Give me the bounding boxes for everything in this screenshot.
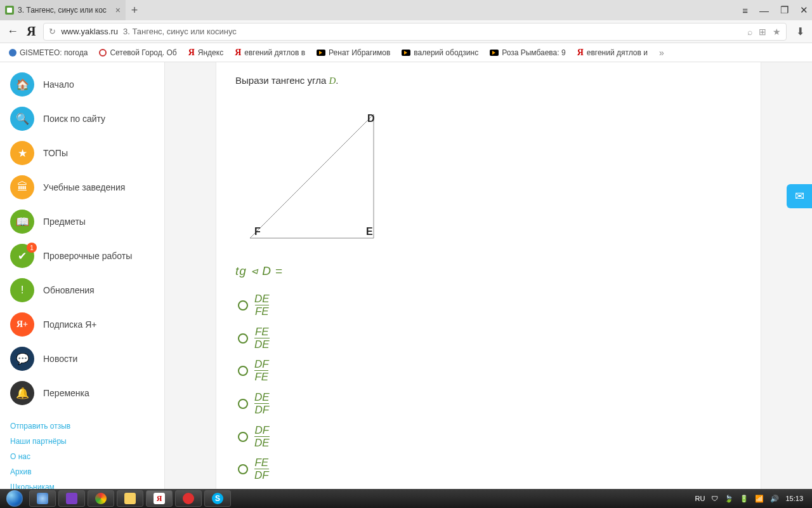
yplus-icon: Я+ (10, 312, 34, 337)
downloads-icon[interactable]: ⬇ (794, 25, 806, 37)
maximize-icon[interactable]: ❐ (780, 4, 789, 16)
radio-icon (238, 464, 248, 474)
back-button[interactable]: ← (6, 25, 19, 38)
taskbar-app-1[interactable] (29, 490, 56, 507)
start-button[interactable] (3, 489, 27, 508)
reload-icon[interactable]: ↻ (49, 27, 56, 36)
option-5[interactable]: FEDF (238, 457, 742, 481)
option-1[interactable]: FEDE (238, 326, 742, 351)
page-body: 🏠Начало 🔍Поиск по сайту ★ТОПы 🏛Учебные з… (0, 62, 812, 489)
sidebar-item-schools[interactable]: 🏛Учебные заведения (0, 170, 164, 204)
play-icon (490, 50, 499, 56)
tray-leaf-icon[interactable]: 🍃 (724, 495, 733, 503)
bookmark-valeriy[interactable]: валерий ободзинс (402, 48, 478, 57)
book-icon: 📖 (10, 210, 34, 234)
bookmark-setevoy[interactable]: Сетевой Город. Об (99, 48, 176, 57)
system-tray: RU 🛡 🍃 🔋 📶 🔊 15:13 (695, 495, 809, 503)
app-icon (66, 493, 77, 504)
tab-close-icon[interactable]: × (115, 5, 121, 15)
radio-icon (238, 432, 248, 442)
tray-clock[interactable]: 15:13 (785, 495, 803, 502)
feedback-mail-button[interactable]: ✉ (787, 184, 812, 208)
bookmarks-bar: GISMETEO: погода Сетевой Город. Об ЯЯнде… (0, 43, 812, 62)
sidebar-item-tests[interactable]: ✔1Проверочные работы (0, 239, 164, 273)
taskbar-app-2[interactable] (58, 490, 85, 507)
taskbar-yandex-browser[interactable]: Я (146, 490, 173, 507)
triangle-figure: D E F (240, 102, 386, 248)
bookmark-roza[interactable]: Роза Рымбаева: 9 (490, 48, 565, 57)
option-4[interactable]: DFDE (238, 425, 742, 449)
bookmark-star-icon[interactable]: ★ (773, 27, 781, 37)
menu-icon[interactable]: ≡ (742, 5, 748, 16)
bookmark-renat[interactable]: Ренат Ибрагимов (317, 48, 390, 57)
option-0[interactable]: DEFE (238, 293, 742, 318)
sidebar-item-search[interactable]: 🔍Поиск по сайту (0, 102, 164, 136)
badge: 1 (27, 243, 37, 253)
translate-icon[interactable]: ⊞ (759, 27, 766, 37)
radio-icon (238, 366, 248, 376)
mail-icon: ✉ (795, 189, 804, 203)
close-icon[interactable]: ✕ (800, 4, 808, 16)
sidebar-item-subscription[interactable]: Я+Подписка Я+ (0, 307, 164, 342)
sidebar-item-subjects[interactable]: 📖Предметы (0, 204, 164, 239)
yandex-logo[interactable]: Я (27, 24, 36, 39)
url-host: www.yaklass.ru (61, 27, 118, 36)
footer-link-feedback[interactable]: Отправить отзыв (10, 422, 154, 431)
yandex-icon: Я (235, 48, 241, 58)
bookmark-dyatlov2[interactable]: Яевгений дятлов и (577, 48, 648, 58)
bell-icon: 🔔 (10, 381, 34, 405)
tray-volume-icon[interactable]: 🔊 (770, 495, 779, 503)
building-icon: 🏛 (10, 175, 34, 199)
site-favicon (5, 6, 14, 15)
exclamation-icon: ! (10, 278, 34, 302)
opera-icon (183, 493, 194, 504)
zoom-icon[interactable]: ⌕ (747, 27, 752, 37)
search-icon: 🔍 (10, 107, 34, 131)
radio-icon (238, 399, 248, 409)
sidebar-item-break[interactable]: 🔔Переменка (0, 376, 164, 410)
chat-icon: 💬 (10, 347, 34, 371)
bookmarks-overflow-icon[interactable]: » (659, 48, 664, 58)
radio-icon (238, 333, 248, 344)
footer-link-about[interactable]: О нас (10, 452, 154, 461)
yandex-icon: Я (154, 493, 165, 504)
yandex-icon: Я (577, 48, 584, 58)
sidebar-item-news[interactable]: 💬Новости (0, 342, 164, 376)
sidebar-item-updates[interactable]: !Обновления (0, 273, 164, 307)
option-2[interactable]: DFFE (238, 359, 742, 383)
bookmark-gismeteo[interactable]: GISMETEO: погода (9, 48, 88, 57)
folder-icon (124, 493, 136, 504)
taskbar-explorer[interactable] (117, 490, 143, 507)
sidebar-item-home[interactable]: 🏠Начало (0, 67, 164, 102)
chrome-icon (95, 493, 107, 504)
url-input[interactable]: ↻ www.yaklass.ru 3. Тангенс, синус или к… (43, 23, 787, 41)
angle-symbol: ⊲ (251, 266, 259, 276)
taskbar-chrome[interactable] (88, 490, 114, 507)
home-icon: 🏠 (10, 72, 34, 97)
option-3[interactable]: DEDF (238, 392, 742, 416)
bookmark-yandex[interactable]: ЯЯндекс (188, 48, 223, 58)
tray-network-icon[interactable]: 📶 (755, 495, 764, 503)
url-title: 3. Тангенс, синус или косинус (123, 27, 237, 36)
tab-title: 3. Тангенс, синус или кос (18, 6, 107, 15)
footer-link-archive[interactable]: Архив (10, 467, 154, 476)
taskbar-opera[interactable] (175, 490, 202, 507)
windows-taskbar: Я S RU 🛡 🍃 🔋 📶 🔊 15:13 (0, 489, 812, 508)
address-bar: ← Я ↻ www.yaklass.ru 3. Тангенс, синус и… (0, 20, 812, 43)
sidebar-item-tops[interactable]: ★ТОПы (0, 136, 164, 170)
tray-battery-icon[interactable]: 🔋 (740, 495, 749, 503)
browser-tab[interactable]: 3. Тангенс, синус или кос × (0, 0, 126, 20)
star-icon: ★ (10, 141, 34, 165)
tray-shield-icon[interactable]: 🛡 (711, 495, 718, 502)
task-prompt: Вырази тангенс угла D. (235, 75, 742, 86)
play-icon (402, 50, 410, 56)
radio-icon (238, 300, 248, 311)
sidebar: 🏠Начало 🔍Поиск по сайту ★ТОПы 🏛Учебные з… (0, 62, 165, 489)
footer-link-partners[interactable]: Наши партнёры (10, 437, 154, 446)
tray-lang[interactable]: RU (695, 495, 705, 502)
yandex-icon: Я (188, 48, 195, 58)
new-tab-button[interactable]: + (126, 4, 143, 17)
minimize-icon[interactable]: — (759, 5, 769, 16)
taskbar-skype[interactable]: S (204, 490, 231, 507)
bookmark-dyatlov[interactable]: Яевгений дятлов в (235, 48, 305, 58)
